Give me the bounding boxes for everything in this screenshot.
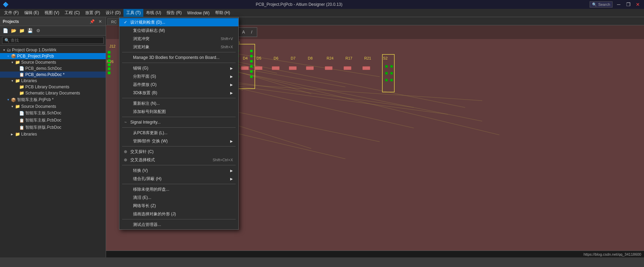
pcb-line-btn[interactable]: / [248, 28, 255, 36]
svg-point-118 [390, 72, 393, 75]
tree-item-src_docs2[interactable]: ▼📁Source Documents [0, 103, 106, 110]
menu-separator-14 [122, 117, 236, 117]
menu-entry-15[interactable]: ~Signal Integrity... [119, 118, 238, 126]
search-box[interactable]: 🔍 Search [590, 1, 613, 8]
tree-item-car_project[interactable]: ▼📦智能车主板.PrjPcb * [0, 96, 106, 103]
menu-label-21: 交叉选择模式 [130, 157, 155, 163]
menu-label-1: 复位错误标志 (M) [133, 28, 165, 34]
window-controls: ─ ❐ ✕ [615, 2, 641, 7]
menu-tools[interactable]: 工具 (T) [123, 9, 144, 17]
menu-view[interactable]: 视图 (V) [42, 9, 62, 17]
menu-entry-2[interactable]: 浏览冲突Shift+V [119, 35, 238, 43]
tree-item-libs1[interactable]: ▼📁Libraries [0, 78, 106, 84]
menu-entry-26[interactable]: 移除未使用的焊盘... [119, 185, 238, 193]
menu-icon-0: ✓ [122, 20, 129, 25]
menu-entry-10[interactable]: 3D体放置 (B)▶ [119, 89, 238, 97]
tree-item-car_pcb2[interactable]: 📋智能车拼版.PcbDoc [0, 124, 106, 131]
panel-pin-button[interactable]: 📌 [89, 19, 95, 24]
menu-entry-18[interactable]: 管脚/部件 交换 (W)▶ [119, 137, 238, 145]
svg-text:D8: D8 [308, 56, 313, 60]
close-file-button[interactable]: 📁 [18, 27, 25, 34]
menu-icon-15: ~ [122, 120, 129, 125]
menu-entry-17[interactable]: 从PCB库更新 (L)... [119, 129, 238, 137]
tools-dropdown-menu: ✓设计规则检查 (D)...复位错误标志 (M)浏览冲突Shift+V浏览对象S… [119, 17, 239, 230]
menu-label-9: 器件摆放 (O) [133, 82, 157, 88]
menu-entry-24[interactable]: 缝合孔/屏蔽 (H)▶ [119, 175, 238, 183]
menu-label-29: 描画选择对象的外形 (J) [133, 211, 176, 217]
menu-help[interactable]: 帮助 (H) [212, 9, 233, 17]
tree-item-pcb_demo_pcb[interactable]: 📋PCB_demo.PcbDoc * [0, 72, 106, 78]
menu-window[interactable]: Window (W) [184, 9, 212, 17]
tree-item-sch_lib_docs[interactable]: 📁Schematic Library Documents [0, 90, 106, 96]
tree-item-pcb_demo_sch[interactable]: 📄PCB_demo.SchDoc [0, 65, 106, 72]
minimize-button[interactable]: ─ [615, 2, 622, 7]
settings-button[interactable]: ⚙ [35, 27, 42, 34]
save-button[interactable]: 💾 [27, 27, 34, 34]
menu-icon-21: ⊕ [122, 157, 129, 162]
menu-entry-12[interactable]: 重新标注 (N)... [119, 99, 238, 107]
menu-entry-1[interactable]: 复位错误标志 (M) [119, 26, 238, 35]
svg-rect-88 [108, 59, 110, 62]
menu-arrow-10: ▶ [230, 91, 233, 95]
projects-panel: Projects 📌 ✕ 📄 📂 📁 💾 ⚙ ▼🗂Project Group 1… [0, 17, 106, 257]
tree-item-libs2[interactable]: ▶📁Libraries [0, 131, 106, 137]
svg-rect-90 [108, 67, 110, 70]
close-button[interactable]: ✕ [634, 2, 641, 7]
menu-entry-0[interactable]: ✓设计规则检查 (D)... [119, 18, 238, 26]
svg-rect-110 [325, 66, 332, 70]
svg-rect-87 [108, 55, 110, 58]
menu-label-5: Manage 3D Bodies for Components on Board… [133, 55, 220, 60]
menu-entry-20[interactable]: ⊕交叉探针 (C) [119, 148, 238, 156]
menu-report[interactable]: 报告 (R) [164, 9, 184, 17]
menu-entry-9[interactable]: 器件摆放 (O)▶ [119, 80, 238, 89]
svg-rect-108 [289, 66, 297, 70]
tree-item-pcb_project[interactable]: ▼📦PCB_Project.PrjPcb [0, 53, 106, 59]
menu-separator-11 [122, 98, 236, 98]
menu-entry-5[interactable]: Manage 3D Bodies for Components on Board… [119, 53, 238, 62]
menu-entry-29[interactable]: 描画选择对象的外形 (J) [119, 210, 238, 218]
menu-design[interactable]: 设计 (D) [103, 9, 123, 17]
menu-project[interactable]: 工程 (C) [62, 9, 82, 17]
status-url: https://blog.csdn.net/qq_34118600 [583, 252, 641, 256]
tree-item-car_sch[interactable]: 📄智能车主板.SchDoc [0, 110, 106, 117]
svg-point-114 [385, 65, 388, 68]
menu-label-18: 管脚/部件 交换 (W) [133, 138, 168, 144]
open-button[interactable]: 📂 [10, 27, 17, 34]
menu-label-8: 分割平面 (S) [133, 74, 156, 79]
menu-file[interactable]: 文件 (F) [1, 9, 22, 17]
tree-item-group1[interactable]: ▼🗂Project Group 1.DsnWrk [0, 47, 106, 53]
search-input[interactable] [2, 37, 104, 44]
main-layout: Projects 📌 ✕ 📄 📂 📁 💾 ⚙ ▼🗂Project Group 1… [0, 17, 644, 257]
tree-item-pcb_lib_docs[interactable]: 📁PCB Library Documents [0, 84, 106, 90]
menu-separator-30 [122, 219, 236, 219]
menu-label-20: 交叉探针 (C) [130, 149, 154, 155]
tab-rc[interactable]: RC [107, 18, 120, 25]
svg-point-119 [390, 79, 393, 81]
search-icon: 🔍 [592, 2, 597, 7]
menu-separator-19 [122, 146, 236, 147]
svg-rect-109 [306, 66, 314, 70]
search-label: Search [598, 2, 610, 7]
menu-place[interactable]: 放置 (P) [82, 9, 103, 17]
menu-entry-28[interactable]: 网络等长 (Z) [119, 202, 238, 210]
menu-entry-31[interactable]: 测试点管理器... [119, 220, 238, 229]
menu-route[interactable]: 布线 (U) [143, 9, 164, 17]
new-button[interactable]: 📄 [2, 27, 9, 34]
pcb-text-btn[interactable]: A [240, 28, 247, 36]
menu-entry-27[interactable]: 滴泪 (E)... [119, 193, 238, 202]
svg-point-116 [385, 79, 388, 81]
menu-entry-13[interactable]: 添加标号到装配图 [119, 107, 238, 116]
tree-item-car_pcb[interactable]: 📋智能车主板.PcbDoc [0, 117, 106, 124]
tree-item-src_docs1[interactable]: ▼📁Source Documents [0, 59, 106, 65]
menu-edit[interactable]: 编辑 (E) [22, 9, 42, 17]
menu-entry-8[interactable]: 分割平面 (S)▶ [119, 72, 238, 80]
svg-rect-107 [272, 66, 279, 70]
menu-label-27: 滴泪 (E)... [133, 195, 151, 201]
menu-entry-7[interactable]: 铺铜 (G)▶ [119, 64, 238, 72]
menu-entry-21[interactable]: ⊕交叉选择模式Shift+Ctrl+X [119, 156, 238, 164]
menu-separator-22 [122, 165, 236, 165]
menu-entry-3[interactable]: 浏览对象Shift+X [119, 43, 238, 51]
panel-close-button[interactable]: ✕ [97, 19, 103, 24]
menu-entry-23[interactable]: 转换 (V)▶ [119, 166, 238, 175]
restore-button[interactable]: ❐ [625, 2, 632, 7]
